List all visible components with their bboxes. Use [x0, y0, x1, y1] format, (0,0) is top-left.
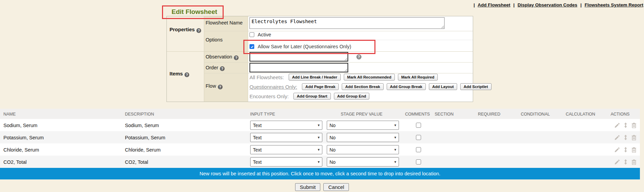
encounters-only-caption: Encounters Only: [249, 93, 289, 99]
header-section: SECTION [435, 112, 454, 117]
flow-label-text: Flow [206, 83, 216, 89]
allow-save-option-row: Allow Save for Later (Questionnaires Onl… [249, 44, 351, 49]
items-group-label: Items? [170, 71, 189, 77]
link-flowsheets-system-report[interactable]: Flowsheets System Report [584, 2, 643, 7]
properties-group-text: Properties [170, 27, 195, 32]
comments-checkbox[interactable] [416, 135, 421, 140]
move-row-icon[interactable] [624, 122, 628, 128]
delete-icon[interactable] [631, 123, 637, 128]
stage-prev-value-select[interactable]: No▾ [327, 133, 399, 142]
active-checkbox-label: Active [258, 32, 271, 37]
stage-prev-value-select[interactable]: No▾ [327, 157, 399, 167]
help-icon[interactable]: ? [356, 54, 361, 59]
row-actions [614, 147, 637, 153]
add-page-break-button[interactable]: Add Page Break [302, 83, 339, 90]
input-type-select[interactable]: Text▾ [250, 157, 322, 167]
row-actions [614, 135, 637, 140]
item-name: Sodium, Serum [3, 123, 37, 128]
comments-checkbox[interactable] [416, 159, 421, 164]
add-scriptlet-button[interactable]: Add Scriptlet [460, 83, 492, 90]
delete-icon[interactable] [631, 147, 637, 153]
chevron-down-icon: ▾ [394, 147, 396, 152]
chevron-down-icon: ▾ [318, 135, 320, 140]
input-type-value: Text [253, 147, 262, 153]
insert-position-bar[interactable]: New rows will be inserted at this positi… [0, 168, 640, 179]
item-description: Chloride, Serum [125, 147, 161, 153]
page-title: Edit Flowsheet [169, 8, 220, 16]
stage-prev-value-select[interactable]: No▾ [327, 145, 399, 154]
input-type-value: Text [253, 123, 262, 128]
link-separator: | [580, 2, 582, 7]
comments-checkbox[interactable] [416, 147, 421, 152]
flowsheet-name-input[interactable]: Electrolytes Flowsheet [249, 17, 445, 29]
row-divider [204, 31, 473, 31]
chevron-down-icon: ▾ [394, 160, 396, 164]
input-type-select[interactable]: Text▾ [250, 145, 322, 154]
delete-icon[interactable] [631, 135, 637, 140]
all-flowsheets-caption: All Flowsheets: [249, 74, 284, 80]
stage-prev-value: No [329, 135, 336, 140]
item-name: Chloride, Serum [3, 147, 39, 153]
observation-label: Observation? [206, 54, 239, 60]
input-type-select[interactable]: Text▾ [250, 121, 322, 130]
properties-group-label: Properties? [170, 27, 201, 33]
flowsheet-name-label: Flowsheet Name [206, 20, 243, 25]
table-header-row: NAME DESCRIPTION INPUT TYPE STAGE PREV V… [0, 109, 640, 119]
move-row-icon[interactable] [624, 135, 628, 140]
move-row-icon[interactable] [624, 159, 628, 165]
add-layout-button[interactable]: Add Layout [429, 83, 457, 90]
header-input-type: INPUT TYPE [250, 112, 275, 117]
edit-icon[interactable] [614, 147, 620, 153]
stage-prev-value-select[interactable]: No▾ [327, 121, 399, 130]
cancel-button[interactable]: Cancel [323, 183, 349, 191]
mark-all-recommended-button[interactable]: Mark All Recommended [344, 74, 395, 81]
add-group-break-button[interactable]: Add Group Break [387, 83, 426, 90]
add-line-break-header-button[interactable]: Add Line Break / Header [289, 74, 341, 81]
input-type-value: Text [253, 159, 262, 165]
header-conditional: CONDITIONAL [521, 112, 550, 117]
top-nav-links: | Add Flowsheet | Display Observation Co… [472, 2, 643, 7]
link-add-flowsheet[interactable]: Add Flowsheet [478, 2, 510, 7]
link-display-observation-codes[interactable]: Display Observation Codes [518, 2, 578, 7]
help-icon[interactable]: ? [184, 72, 189, 77]
stage-prev-value: No [329, 123, 336, 128]
order-label: Order? [206, 65, 225, 71]
add-section-break-button[interactable]: Add Section Break [342, 83, 383, 90]
item-description: CO2, Total [125, 159, 148, 165]
mark-all-required-button[interactable]: Mark All Required [398, 74, 438, 81]
active-checkbox[interactable] [249, 32, 254, 37]
observation-input[interactable] [249, 52, 348, 62]
help-icon[interactable]: ? [220, 66, 225, 71]
table-row: CO2, Total CO2, Total Text▾ No▾ [0, 156, 640, 168]
delete-icon[interactable] [631, 159, 637, 165]
submit-button[interactable]: Submit [295, 183, 321, 191]
form-footer: Submit Cancel [0, 183, 644, 191]
flow-row-encounters-only: Encounters Only: Add Group Start Add Gro… [249, 92, 369, 100]
input-type-select[interactable]: Text▾ [250, 133, 322, 142]
observation-label-text: Observation [206, 54, 232, 59]
item-name: CO2, Total [3, 159, 27, 165]
help-icon[interactable]: ? [196, 28, 201, 33]
allow-save-checkbox-label: Allow Save for Later (Questionnaires Onl… [258, 44, 351, 49]
chevron-down-icon: ▾ [318, 147, 320, 152]
table-row: Sodium, Serum Sodium, Serum Text▾ No▾ [0, 119, 640, 131]
row-divider [248, 40, 473, 40]
move-row-icon[interactable] [624, 147, 628, 153]
add-group-end-button[interactable]: Add Group End [334, 93, 370, 100]
flow-row-all-flowsheets: All Flowsheets: Add Line Break / Header … [249, 73, 438, 81]
allow-save-checkbox[interactable] [249, 44, 254, 49]
comments-checkbox[interactable] [416, 123, 421, 128]
input-type-value: Text [253, 135, 262, 140]
chevron-down-icon: ▾ [318, 123, 320, 127]
help-icon[interactable]: ? [234, 55, 239, 60]
table-row: Chloride, Serum Chloride, Serum Text▾ No… [0, 143, 640, 156]
add-group-start-button[interactable]: Add Group Start [293, 93, 331, 100]
edit-icon[interactable] [614, 123, 620, 128]
edit-icon[interactable] [614, 135, 620, 140]
help-icon[interactable]: ? [218, 85, 223, 89]
flowsheet-items-table: NAME DESCRIPTION INPUT TYPE STAGE PREV V… [0, 109, 640, 168]
header-name: NAME [3, 112, 16, 117]
order-input[interactable] [249, 63, 348, 72]
chevron-down-icon: ▾ [318, 160, 320, 164]
edit-icon[interactable] [614, 159, 620, 165]
